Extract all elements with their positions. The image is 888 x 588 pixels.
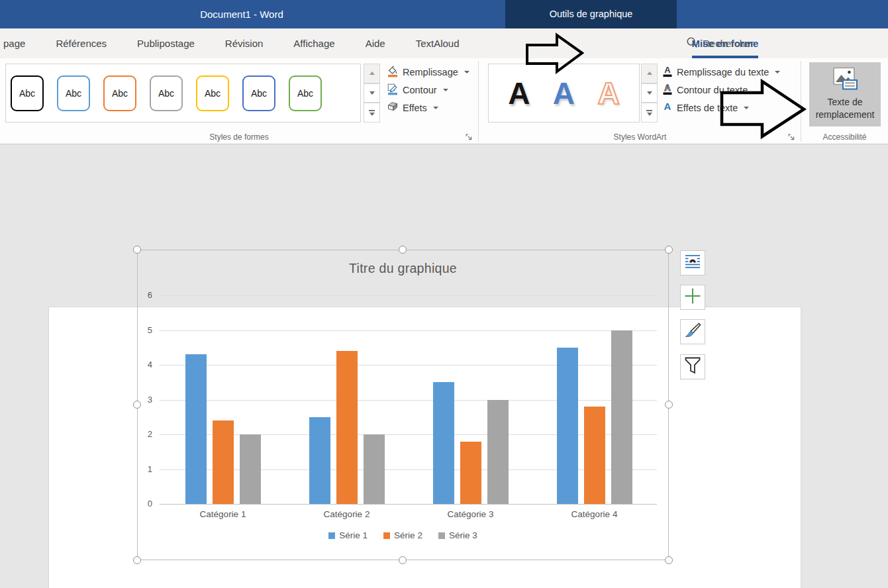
chart[interactable]: Titre du graphique 0123456Catégorie 1Cat… [137, 250, 669, 560]
selection-handle[interactable] [133, 246, 141, 254]
legend-item[interactable]: Série 2 [383, 530, 422, 540]
legend-label: Série 2 [394, 530, 422, 540]
wordart-style-2[interactable]: A [553, 78, 575, 109]
bar-série-3-cat2[interactable] [364, 434, 385, 504]
shape-gallery-scroll [364, 64, 380, 122]
y-axis-tick: 4 [138, 360, 152, 369]
text-fill-icon: A [662, 65, 673, 79]
paint-bucket-icon [387, 65, 399, 79]
text-effects-label: Effets de texte [677, 103, 738, 113]
tab-révision[interactable]: Révision [225, 28, 264, 58]
gallery-more-icon[interactable] [641, 103, 658, 122]
selection-handle[interactable] [665, 401, 673, 409]
shape-style-2[interactable]: Abc [57, 75, 90, 111]
contextual-tab-header: Outils de graphique [505, 0, 677, 28]
selection-handle[interactable] [133, 556, 141, 564]
scroll-up-icon[interactable] [364, 64, 380, 83]
shape-effects-label: Effets [403, 103, 427, 113]
chevron-down-icon [443, 89, 448, 91]
gallery-more-icon[interactable] [364, 103, 380, 122]
alt-text-button[interactable]: Texte de remplacement [809, 62, 881, 126]
text-effects-icon: A [662, 101, 673, 115]
text-fill-button[interactable]: A Remplissage du texte [662, 63, 780, 81]
gridline [160, 330, 657, 331]
search-label: Rechercher [703, 38, 754, 49]
text-format-buttons: A Remplissage du texte A Contour du text… [662, 63, 780, 117]
chevron-down-icon [433, 107, 438, 109]
shape-effects-icon [387, 101, 399, 115]
wordart-gallery-scroll [641, 64, 658, 122]
dialog-launcher-icon[interactable] [788, 132, 795, 144]
y-axis-tick: 0 [138, 499, 152, 509]
shape-style-5[interactable]: Abc [196, 75, 229, 111]
shape-style-1[interactable]: Abc [11, 75, 44, 111]
bar-série-1-cat3[interactable] [433, 382, 454, 504]
alt-text-button-label: Texte de remplacement [810, 96, 880, 121]
gridline [160, 400, 657, 401]
funnel-icon [683, 356, 702, 378]
tab-aide[interactable]: Aide [366, 28, 385, 58]
tab-publipostage[interactable]: Publipostage [137, 28, 195, 58]
selection-handle[interactable] [665, 556, 673, 564]
shape-style-4[interactable]: Abc [150, 75, 183, 111]
bar-série-3-cat4[interactable] [611, 330, 632, 505]
scroll-up-icon[interactable] [641, 64, 658, 83]
legend-item[interactable]: Série 3 [438, 530, 477, 540]
search-control[interactable]: Rechercher [686, 28, 754, 58]
text-outline-button[interactable]: A Contour du texte [662, 81, 780, 99]
dialog-launcher-icon[interactable] [466, 132, 473, 144]
svg-text:A: A [664, 83, 671, 93]
selection-handle[interactable] [133, 401, 141, 409]
layout-options-button[interactable] [680, 250, 705, 275]
chart-filters-button[interactable] [680, 354, 705, 379]
shape-styles-gallery: AbcAbcAbcAbcAbcAbcAbc [5, 64, 361, 122]
pen-outline-icon [387, 83, 399, 97]
x-axis-category: Catégorie 3 [409, 509, 532, 519]
shape-effects-button[interactable]: Effets [387, 99, 469, 117]
selection-handle[interactable] [665, 246, 673, 254]
bar-série-2-cat3[interactable] [460, 442, 481, 505]
shape-style-3[interactable]: Abc [103, 75, 136, 111]
bar-série-3-cat3[interactable] [487, 400, 509, 505]
selection-handle[interactable] [399, 246, 407, 254]
group-divider [478, 61, 479, 142]
bar-série-2-cat2[interactable] [336, 351, 358, 504]
gridline [160, 365, 657, 366]
legend-item[interactable]: Série 1 [328, 530, 368, 540]
text-outline-icon: A [662, 83, 673, 97]
wordart-style-1[interactable]: A [508, 78, 530, 109]
shape-style-7[interactable]: Abc [289, 75, 322, 111]
window-title: Document1 - Word [132, 0, 351, 28]
chart-legend: Série 1Série 2Série 3 [138, 530, 668, 540]
wordart-style-3[interactable]: A [598, 78, 620, 109]
y-axis-tick: 2 [138, 429, 152, 439]
tab-textaloud[interactable]: TextAloud [416, 28, 460, 58]
bar-série-1-cat4[interactable] [557, 348, 578, 504]
shape-outline-button[interactable]: Contour [387, 81, 469, 99]
group-divider [801, 61, 801, 142]
shape-format-buttons: Remplissage Contour Effets [387, 63, 469, 117]
shape-fill-button[interactable]: Remplissage [387, 63, 469, 81]
chart-styles-button[interactable] [680, 319, 705, 344]
y-axis-tick: 6 [138, 290, 152, 300]
bar-série-2-cat4[interactable] [584, 407, 605, 504]
tab-affichage[interactable]: Affichage [293, 28, 334, 58]
gridline [160, 295, 657, 296]
selection-handle[interactable] [399, 556, 407, 564]
scroll-down-icon[interactable] [364, 83, 380, 103]
tab-page[interactable]: page [3, 28, 25, 58]
scroll-down-icon[interactable] [641, 83, 658, 103]
bar-série-2-cat1[interactable] [213, 420, 234, 504]
chart-title[interactable]: Titre du graphique [138, 261, 668, 276]
chart-elements-button[interactable] [680, 285, 705, 310]
legend-swatch [438, 532, 445, 539]
svg-text:A: A [664, 65, 671, 75]
gridline [160, 434, 657, 435]
shape-style-6[interactable]: Abc [242, 75, 275, 111]
text-effects-button[interactable]: A Effets de texte [662, 99, 780, 117]
tab-références[interactable]: Références [56, 28, 107, 58]
bar-série-3-cat1[interactable] [240, 434, 261, 504]
bar-série-1-cat1[interactable] [185, 354, 207, 504]
legend-swatch [383, 532, 390, 539]
bar-série-1-cat2[interactable] [309, 417, 330, 504]
